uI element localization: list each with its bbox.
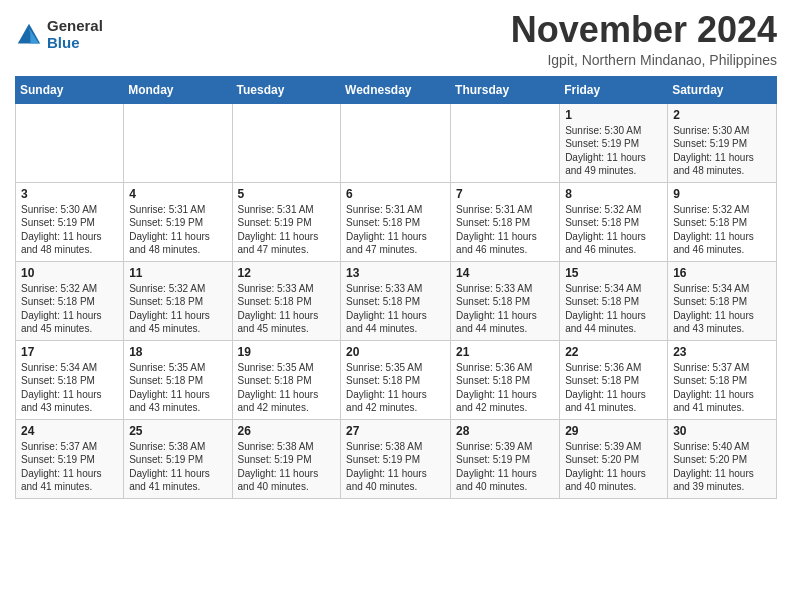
week-row-5: 24Sunrise: 5:37 AM Sunset: 5:19 PM Dayli…: [16, 419, 777, 498]
day-number: 1: [565, 108, 662, 122]
calendar-cell: 19Sunrise: 5:35 AM Sunset: 5:18 PM Dayli…: [232, 340, 341, 419]
calendar-cell: 1Sunrise: 5:30 AM Sunset: 5:19 PM Daylig…: [560, 103, 668, 182]
cell-content: Sunrise: 5:32 AM Sunset: 5:18 PM Dayligh…: [21, 282, 118, 336]
calendar-cell: 22Sunrise: 5:36 AM Sunset: 5:18 PM Dayli…: [560, 340, 668, 419]
day-number: 16: [673, 266, 771, 280]
calendar-cell: 25Sunrise: 5:38 AM Sunset: 5:19 PM Dayli…: [124, 419, 232, 498]
cell-content: Sunrise: 5:31 AM Sunset: 5:19 PM Dayligh…: [238, 203, 336, 257]
cell-content: Sunrise: 5:38 AM Sunset: 5:19 PM Dayligh…: [346, 440, 445, 494]
calendar-cell: 9Sunrise: 5:32 AM Sunset: 5:18 PM Daylig…: [668, 182, 777, 261]
day-number: 14: [456, 266, 554, 280]
page-header: General Blue November 2024 Igpit, Northe…: [15, 10, 777, 68]
day-number: 25: [129, 424, 226, 438]
calendar-cell: 29Sunrise: 5:39 AM Sunset: 5:20 PM Dayli…: [560, 419, 668, 498]
day-number: 17: [21, 345, 118, 359]
location: Igpit, Northern Mindanao, Philippines: [511, 52, 777, 68]
cell-content: Sunrise: 5:31 AM Sunset: 5:18 PM Dayligh…: [346, 203, 445, 257]
day-number: 8: [565, 187, 662, 201]
day-number: 21: [456, 345, 554, 359]
logo-text: General Blue: [47, 18, 103, 51]
cell-content: Sunrise: 5:32 AM Sunset: 5:18 PM Dayligh…: [565, 203, 662, 257]
cell-content: Sunrise: 5:35 AM Sunset: 5:18 PM Dayligh…: [238, 361, 336, 415]
week-row-1: 1Sunrise: 5:30 AM Sunset: 5:19 PM Daylig…: [16, 103, 777, 182]
day-number: 13: [346, 266, 445, 280]
calendar-cell: 20Sunrise: 5:35 AM Sunset: 5:18 PM Dayli…: [341, 340, 451, 419]
day-number: 9: [673, 187, 771, 201]
day-number: 5: [238, 187, 336, 201]
day-number: 26: [238, 424, 336, 438]
cell-content: Sunrise: 5:36 AM Sunset: 5:18 PM Dayligh…: [456, 361, 554, 415]
calendar-cell: 15Sunrise: 5:34 AM Sunset: 5:18 PM Dayli…: [560, 261, 668, 340]
calendar-cell: 28Sunrise: 5:39 AM Sunset: 5:19 PM Dayli…: [451, 419, 560, 498]
weekday-header-sunday: Sunday: [16, 76, 124, 103]
calendar-cell: 4Sunrise: 5:31 AM Sunset: 5:19 PM Daylig…: [124, 182, 232, 261]
cell-content: Sunrise: 5:33 AM Sunset: 5:18 PM Dayligh…: [346, 282, 445, 336]
day-number: 2: [673, 108, 771, 122]
calendar-cell: [451, 103, 560, 182]
calendar-cell: 3Sunrise: 5:30 AM Sunset: 5:19 PM Daylig…: [16, 182, 124, 261]
cell-content: Sunrise: 5:39 AM Sunset: 5:19 PM Dayligh…: [456, 440, 554, 494]
day-number: 30: [673, 424, 771, 438]
cell-content: Sunrise: 5:32 AM Sunset: 5:18 PM Dayligh…: [129, 282, 226, 336]
calendar-cell: 10Sunrise: 5:32 AM Sunset: 5:18 PM Dayli…: [16, 261, 124, 340]
calendar-cell: 21Sunrise: 5:36 AM Sunset: 5:18 PM Dayli…: [451, 340, 560, 419]
logo-blue: Blue: [47, 35, 103, 52]
calendar-cell: 7Sunrise: 5:31 AM Sunset: 5:18 PM Daylig…: [451, 182, 560, 261]
cell-content: Sunrise: 5:36 AM Sunset: 5:18 PM Dayligh…: [565, 361, 662, 415]
cell-content: Sunrise: 5:30 AM Sunset: 5:19 PM Dayligh…: [673, 124, 771, 178]
day-number: 12: [238, 266, 336, 280]
day-number: 3: [21, 187, 118, 201]
cell-content: Sunrise: 5:30 AM Sunset: 5:19 PM Dayligh…: [565, 124, 662, 178]
calendar-table: SundayMondayTuesdayWednesdayThursdayFrid…: [15, 76, 777, 499]
calendar-cell: 27Sunrise: 5:38 AM Sunset: 5:19 PM Dayli…: [341, 419, 451, 498]
cell-content: Sunrise: 5:37 AM Sunset: 5:19 PM Dayligh…: [21, 440, 118, 494]
cell-content: Sunrise: 5:40 AM Sunset: 5:20 PM Dayligh…: [673, 440, 771, 494]
cell-content: Sunrise: 5:34 AM Sunset: 5:18 PM Dayligh…: [673, 282, 771, 336]
calendar-cell: 2Sunrise: 5:30 AM Sunset: 5:19 PM Daylig…: [668, 103, 777, 182]
day-number: 23: [673, 345, 771, 359]
calendar-cell: 18Sunrise: 5:35 AM Sunset: 5:18 PM Dayli…: [124, 340, 232, 419]
cell-content: Sunrise: 5:39 AM Sunset: 5:20 PM Dayligh…: [565, 440, 662, 494]
month-title: November 2024: [511, 10, 777, 50]
cell-content: Sunrise: 5:31 AM Sunset: 5:18 PM Dayligh…: [456, 203, 554, 257]
weekday-header-tuesday: Tuesday: [232, 76, 341, 103]
day-number: 11: [129, 266, 226, 280]
calendar-cell: 11Sunrise: 5:32 AM Sunset: 5:18 PM Dayli…: [124, 261, 232, 340]
week-row-3: 10Sunrise: 5:32 AM Sunset: 5:18 PM Dayli…: [16, 261, 777, 340]
day-number: 6: [346, 187, 445, 201]
cell-content: Sunrise: 5:31 AM Sunset: 5:19 PM Dayligh…: [129, 203, 226, 257]
cell-content: Sunrise: 5:37 AM Sunset: 5:18 PM Dayligh…: [673, 361, 771, 415]
weekday-header-wednesday: Wednesday: [341, 76, 451, 103]
cell-content: Sunrise: 5:34 AM Sunset: 5:18 PM Dayligh…: [21, 361, 118, 415]
cell-content: Sunrise: 5:34 AM Sunset: 5:18 PM Dayligh…: [565, 282, 662, 336]
day-number: 7: [456, 187, 554, 201]
day-number: 10: [21, 266, 118, 280]
cell-content: Sunrise: 5:35 AM Sunset: 5:18 PM Dayligh…: [346, 361, 445, 415]
day-number: 19: [238, 345, 336, 359]
cell-content: Sunrise: 5:38 AM Sunset: 5:19 PM Dayligh…: [238, 440, 336, 494]
day-number: 20: [346, 345, 445, 359]
cell-content: Sunrise: 5:35 AM Sunset: 5:18 PM Dayligh…: [129, 361, 226, 415]
calendar-cell: 6Sunrise: 5:31 AM Sunset: 5:18 PM Daylig…: [341, 182, 451, 261]
calendar-cell: [16, 103, 124, 182]
day-number: 18: [129, 345, 226, 359]
calendar-cell: 16Sunrise: 5:34 AM Sunset: 5:18 PM Dayli…: [668, 261, 777, 340]
calendar-cell: 12Sunrise: 5:33 AM Sunset: 5:18 PM Dayli…: [232, 261, 341, 340]
logo-general: General: [47, 18, 103, 35]
calendar-cell: 13Sunrise: 5:33 AM Sunset: 5:18 PM Dayli…: [341, 261, 451, 340]
title-block: November 2024 Igpit, Northern Mindanao, …: [511, 10, 777, 68]
logo: General Blue: [15, 18, 103, 51]
calendar-cell: [341, 103, 451, 182]
weekday-header-monday: Monday: [124, 76, 232, 103]
weekday-header-friday: Friday: [560, 76, 668, 103]
calendar-cell: 8Sunrise: 5:32 AM Sunset: 5:18 PM Daylig…: [560, 182, 668, 261]
weekday-header-thursday: Thursday: [451, 76, 560, 103]
week-row-2: 3Sunrise: 5:30 AM Sunset: 5:19 PM Daylig…: [16, 182, 777, 261]
weekday-header-saturday: Saturday: [668, 76, 777, 103]
calendar-cell: 24Sunrise: 5:37 AM Sunset: 5:19 PM Dayli…: [16, 419, 124, 498]
day-number: 24: [21, 424, 118, 438]
cell-content: Sunrise: 5:32 AM Sunset: 5:18 PM Dayligh…: [673, 203, 771, 257]
day-number: 27: [346, 424, 445, 438]
cell-content: Sunrise: 5:30 AM Sunset: 5:19 PM Dayligh…: [21, 203, 118, 257]
day-number: 28: [456, 424, 554, 438]
